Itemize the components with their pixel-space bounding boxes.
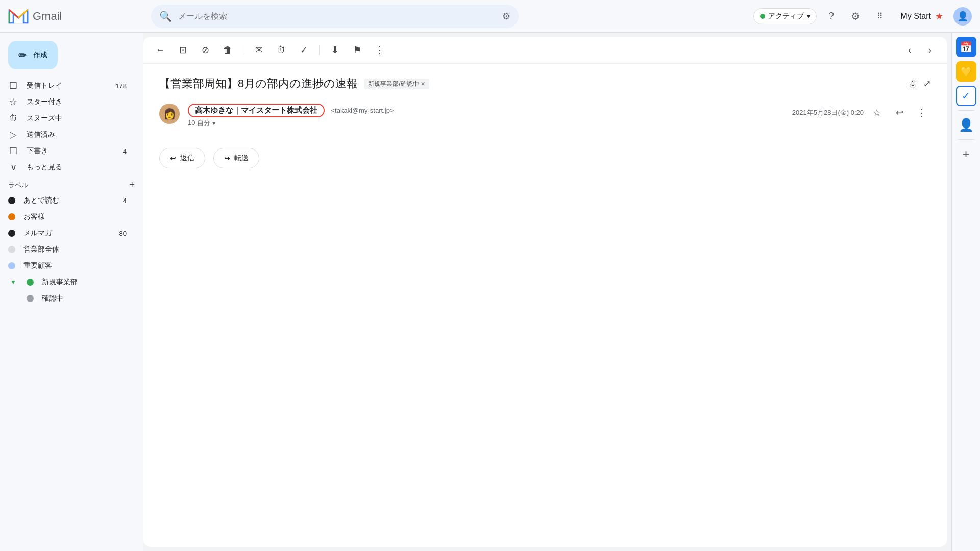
reply-button[interactable]: ↩ 返信 — [159, 148, 205, 168]
email-date: 2021年5月28日(金) 0:20 — [792, 108, 864, 117]
task-button[interactable]: ✓ — [295, 41, 313, 59]
print-icon: 🖨 — [908, 79, 917, 89]
archive-button[interactable]: ⊡ — [174, 41, 192, 59]
prev-email-button[interactable]: ‹ — [900, 41, 919, 59]
snooze-button[interactable]: ⏱ — [272, 41, 290, 59]
sender-name-row: 高木ゆきな｜マイスタート株式会社 <takaki@my-start.jp> — [188, 104, 784, 117]
compose-label: 作成 — [33, 51, 47, 60]
sender-avatar: 👩 — [159, 104, 180, 124]
label-chip-text: 新規事業部/確認中 — [368, 80, 419, 88]
label-item-ato[interactable]: あとで読む 4 — [0, 192, 135, 209]
sidebar-item-snoozed[interactable]: ⏱ スヌーズ中 — [0, 110, 135, 127]
reply-label: 返信 — [180, 154, 194, 163]
sidebar-item-label: スヌーズ中 — [27, 114, 127, 123]
gmail-logo: Gmail — [8, 9, 151, 24]
add-label-icon[interactable]: + — [129, 180, 135, 190]
avatar-image: 👤 — [957, 11, 968, 22]
email-subject-row: 【営業部周知】8月の部内の進捗の速報 新規事業部/確認中 × 🖨 ⤢ — [159, 76, 931, 91]
sender-row: 👩 高木ゆきな｜マイスタート株式会社 <takaki@my-start.jp> … — [159, 104, 931, 128]
add-panel-button[interactable]: + — [956, 144, 976, 164]
chevron-down-icon: ▼ — [8, 279, 18, 286]
filter-icon[interactable]: ⚙ — [502, 11, 510, 22]
label-dot-icon — [8, 246, 15, 253]
move-icon: ⬇ — [331, 44, 339, 56]
label-count: 4 — [123, 197, 127, 205]
labels-header-text: ラベル — [8, 181, 28, 190]
more-email-icon: ⋮ — [917, 107, 926, 118]
settings-button[interactable]: ⚙ — [845, 6, 866, 27]
compose-button[interactable]: ✏ 作成 — [8, 41, 58, 69]
star-email-button[interactable]: ☆ — [868, 104, 886, 122]
help-icon: ? — [828, 10, 834, 22]
label-button[interactable]: ⚑ — [348, 41, 366, 59]
delete-button[interactable]: 🗑 — [218, 41, 237, 59]
status-button[interactable]: アクティブ ▾ — [753, 8, 817, 24]
label-name: メルマガ — [23, 229, 111, 238]
search-input[interactable] — [178, 12, 496, 21]
label-item-eigyo-zentai[interactable]: 営業部全体 — [0, 241, 135, 258]
label-count: 80 — [119, 230, 127, 237]
keep-button[interactable]: 💛 — [956, 61, 976, 82]
right-panel: 📅 💛 ✓ 👤 + — [951, 33, 980, 551]
prev-icon: ‹ — [908, 45, 911, 56]
label-item-kakuninchu[interactable]: 確認中 — [0, 290, 135, 307]
label-item-okyakusama[interactable]: お客様 — [0, 209, 135, 225]
sidebar-item-sent[interactable]: ▷ 送信済み — [0, 127, 135, 143]
label-name: 新規事業部 — [42, 278, 127, 287]
external-button[interactable]: ⤢ — [923, 78, 931, 89]
search-bar[interactable]: 🔍 ⚙ — [151, 5, 519, 28]
label-item-shinkijigyo[interactable]: ▼ 新規事業部 — [0, 274, 135, 290]
labels-section-header: ラベル + — [0, 176, 143, 192]
sender-detail-text: 10 自分 — [188, 118, 210, 128]
more-email-button[interactable]: ⋮ — [913, 104, 931, 122]
apps-button[interactable]: ⠿ — [870, 6, 890, 27]
snooze-icon: ⏱ — [277, 45, 286, 56]
tasks-icon: ✓ — [962, 90, 970, 102]
help-button[interactable]: ? — [821, 6, 841, 27]
back-button[interactable]: ← — [151, 41, 169, 59]
mark-read-button[interactable]: ✉ — [250, 41, 268, 59]
sidebar-item-more[interactable]: ∨ もっと見る — [0, 159, 135, 176]
sidebar: ✏ 作成 ☐ 受信トレイ 178 ☆ スター付き ⏱ スヌーズ中 ▷ 送信済み … — [0, 33, 143, 551]
chevron-down-icon[interactable]: ▾ — [212, 119, 216, 127]
sidebar-item-label: 送信済み — [27, 130, 127, 139]
label-name: 確認中 — [42, 294, 127, 303]
drafts-count: 4 — [123, 147, 127, 155]
sidebar-item-inbox[interactable]: ☐ 受信トレイ 178 — [0, 78, 135, 94]
keep-icon: 💛 — [961, 66, 972, 77]
label-item-juyo-kokyaku[interactable]: 重要顧客 — [0, 258, 135, 274]
content-area: ← ⊡ ⊘ 🗑 ✉ ⏱ ✓ ⬇ — [143, 37, 947, 547]
print-button[interactable]: 🖨 — [908, 79, 917, 89]
move-button[interactable]: ⬇ — [326, 41, 344, 59]
sidebar-item-drafts[interactable]: ☐ 下書き 4 — [0, 143, 135, 159]
email-content: 【営業部周知】8月の部内の進捗の速報 新規事業部/確認中 × 🖨 ⤢ 👩 — [143, 64, 947, 547]
user-avatar[interactable]: 👤 — [953, 7, 972, 26]
next-email-button[interactable]: › — [921, 41, 939, 59]
search-icon: 🔍 — [159, 10, 172, 22]
reply-icon: ↩ — [896, 107, 903, 118]
tasks-button[interactable]: ✓ — [956, 86, 976, 106]
calendar-button[interactable]: 📅 — [956, 37, 976, 57]
report-button[interactable]: ⊘ — [196, 41, 214, 59]
reply-quick-button[interactable]: ↩ — [890, 104, 909, 122]
label-dot-icon — [8, 213, 15, 220]
label-item-merumaga[interactable]: メルマガ 80 — [0, 225, 135, 241]
delete-icon: 🗑 — [223, 45, 232, 56]
contacts-button[interactable]: 👤 — [956, 115, 976, 135]
sidebar-item-starred[interactable]: ☆ スター付き — [0, 94, 135, 110]
sidebar-item-label: 下書き — [27, 146, 115, 156]
my-start-button[interactable]: My Start ★ — [894, 9, 949, 24]
panel-separator — [958, 110, 974, 111]
task-icon: ✓ — [300, 44, 308, 56]
inbox-count: 178 — [115, 82, 127, 90]
archive-icon: ⊡ — [179, 44, 187, 56]
forward-button[interactable]: ↪ 転送 — [213, 148, 259, 168]
reply-section: ↩ 返信 ↪ 転送 — [159, 140, 931, 177]
label-name: 重要顧客 — [23, 261, 127, 270]
label-chip-close-icon[interactable]: × — [421, 80, 425, 88]
star-icon: ☆ — [873, 107, 881, 118]
toolbar-separator — [243, 45, 243, 55]
report-icon: ⊘ — [202, 44, 209, 56]
more-button[interactable]: ⋮ — [371, 41, 389, 59]
sidebar-item-label: 受信トレイ — [27, 81, 107, 90]
